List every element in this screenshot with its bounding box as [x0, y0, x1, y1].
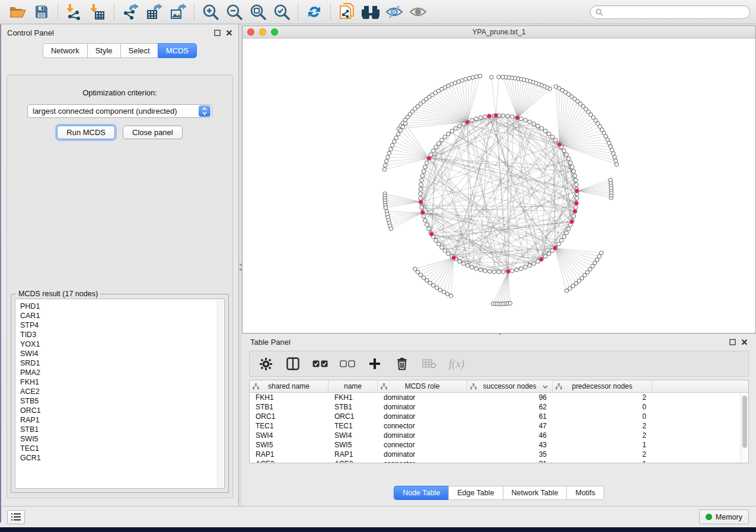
table-row[interactable]: ACE2ACE2connector311 — [250, 459, 748, 463]
mcds-result-item[interactable]: SRD1 — [15, 358, 224, 368]
mcds-result-item[interactable]: PMA2 — [15, 368, 224, 377]
table-cell: STB1 — [328, 402, 378, 412]
control-panel-title: Control Panel — [7, 28, 54, 37]
table-cell: 47 — [467, 421, 553, 431]
traffic-zoom-button[interactable] — [271, 28, 278, 36]
mcds-result-item[interactable]: TID3 — [15, 330, 224, 339]
export-table-icon — [146, 4, 162, 20]
mcds-result-item[interactable]: STB1 — [15, 425, 224, 434]
mcds-result-item[interactable]: SWI4 — [15, 349, 224, 358]
table-row[interactable]: RAP1RAP1dominator352 — [250, 450, 748, 459]
zoom-selected-button[interactable] — [270, 2, 294, 22]
close-panel-button[interactable] — [226, 30, 232, 36]
select-all-button[interactable] — [312, 355, 328, 373]
table-scrollbar[interactable] — [741, 393, 748, 462]
mcds-result-item[interactable]: ACE2 — [15, 387, 224, 396]
function-builder-button[interactable]: f(x) — [449, 355, 464, 373]
mcds-result-item[interactable]: SWI5 — [15, 434, 224, 444]
mcds-panel: Optimization criterion: largest connecte… — [7, 75, 233, 498]
scrollbar-thumb[interactable] — [742, 396, 747, 448]
add-column-button[interactable] — [367, 355, 382, 373]
table-cell: 46 — [467, 431, 553, 440]
network-canvas[interactable] — [243, 39, 754, 333]
zoom-fit-button[interactable] — [246, 2, 270, 22]
table-row[interactable]: ORC1ORC1dominator610 — [250, 412, 748, 421]
tab-network[interactable]: Network — [43, 43, 87, 58]
table-cell: dominator — [378, 402, 467, 412]
binoculars-icon — [362, 5, 379, 19]
export-network-button[interactable] — [119, 2, 142, 22]
column-header[interactable]: MCDS role — [378, 380, 467, 392]
table-row[interactable]: SWI5SWI5connector431 — [250, 440, 748, 450]
search-input[interactable] — [603, 8, 745, 16]
mcds-result-item[interactable]: YOX1 — [15, 339, 224, 349]
mcds-result-list[interactable]: PHD1CAR1STP4TID3YOX1SWI4SRD1PMA2FKH1ACE2… — [15, 299, 225, 489]
import-network-icon — [66, 4, 82, 20]
table-settings-button[interactable] — [258, 355, 273, 373]
mcds-result-item[interactable]: ORC1 — [15, 406, 224, 415]
deselect-all-button[interactable] — [340, 355, 355, 373]
mcds-result-item[interactable]: CAR1 — [15, 311, 224, 321]
result-scrollbar[interactable] — [217, 300, 224, 488]
mcds-result-item[interactable]: GCR1 — [15, 453, 224, 463]
column-header[interactable]: name — [328, 380, 378, 392]
run-mcds-button[interactable]: Run MCDS — [57, 126, 115, 139]
mcds-result-item[interactable]: STP4 — [15, 321, 224, 330]
zoom-out-button[interactable] — [222, 2, 246, 22]
memory-button[interactable]: Memory — [699, 509, 749, 524]
criterion-select[interactable]: largest connected component (undirected) — [27, 104, 212, 118]
delete-button[interactable] — [394, 355, 410, 373]
search-box — [590, 5, 750, 19]
table-header-row: shared namenameMCDS rolesuccessor nodesp… — [250, 380, 748, 393]
import-table-button[interactable] — [86, 2, 110, 22]
tab-edge-table[interactable]: Edge Table — [448, 486, 502, 500]
tab-motifs[interactable]: Motifs — [566, 486, 604, 500]
open-file-button[interactable] — [6, 2, 30, 22]
close-panel-action-button[interactable]: Close panel — [123, 126, 183, 139]
column-layout-button[interactable] — [285, 355, 301, 373]
mcds-result-item[interactable]: FKH1 — [15, 377, 224, 387]
show-details-button[interactable] — [406, 2, 430, 22]
traffic-close-button[interactable] — [247, 28, 254, 36]
task-history-button[interactable] — [7, 510, 25, 524]
hide-details-button[interactable] — [382, 2, 406, 22]
tab-node-table[interactable]: Node Table — [394, 486, 448, 500]
table-cell: 43 — [467, 440, 553, 450]
table-row[interactable]: SWI4SWI4dominator462 — [250, 431, 748, 440]
mcds-result-item[interactable]: RAP1 — [15, 415, 224, 425]
column-header[interactable]: successor nodes — [467, 380, 553, 392]
mcds-result-item[interactable]: TEC1 — [15, 444, 224, 453]
tab-select[interactable]: Select — [120, 43, 158, 58]
tab-style[interactable]: Style — [87, 43, 120, 58]
table-row[interactable]: TEC1TEC1connector472 — [250, 421, 748, 431]
traffic-minimize-button[interactable] — [259, 28, 266, 36]
tab-network-table[interactable]: Network Table — [503, 486, 567, 500]
share-document-button[interactable] — [335, 2, 359, 22]
column-header[interactable]: shared name — [250, 380, 328, 392]
table-cell: connector — [378, 459, 467, 463]
import-network-button[interactable] — [62, 2, 86, 22]
table-cell: 96 — [467, 393, 553, 402]
hierarchy-icon — [381, 383, 387, 390]
refresh-icon — [307, 4, 322, 20]
tab-mcds[interactable]: MCDS — [158, 43, 197, 58]
zoom-in-button[interactable] — [199, 2, 222, 22]
save-session-button[interactable] — [30, 2, 53, 22]
float-table-panel-button[interactable] — [729, 339, 736, 345]
table-cell: 35 — [467, 450, 553, 459]
close-table-panel-button[interactable] — [741, 339, 748, 345]
float-panel-button[interactable] — [214, 30, 221, 36]
app-window: Control Panel Network Style Select MCDS … — [0, 0, 756, 527]
search-icon — [595, 8, 603, 16]
table-row[interactable]: STB1STB1dominator620 — [250, 402, 748, 412]
mcds-result-item[interactable]: STB5 — [15, 396, 224, 406]
delete-table-button[interactable] — [422, 355, 437, 373]
table-row[interactable]: FKH1FKH1dominator962 — [250, 393, 748, 402]
find-button[interactable] — [359, 2, 382, 22]
export-table-button[interactable] — [142, 2, 166, 22]
zoom-in-icon — [202, 4, 219, 20]
export-image-button[interactable] — [166, 2, 190, 22]
refresh-layout-button[interactable] — [302, 2, 326, 22]
column-header[interactable]: predecessor nodes — [553, 380, 652, 392]
mcds-result-item[interactable]: PHD1 — [15, 302, 224, 311]
